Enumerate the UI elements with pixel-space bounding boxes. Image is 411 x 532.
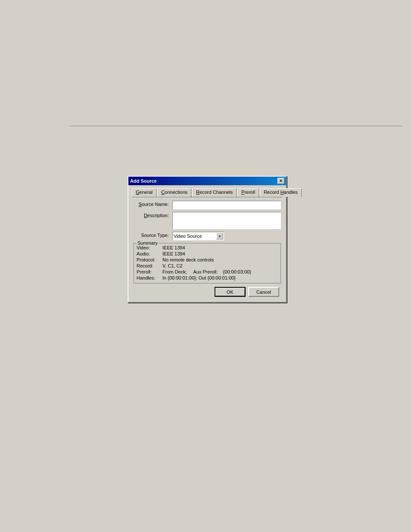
summary-preroll-value: From Deck; Aux Preroll: {00:00:03:00} — [162, 269, 251, 274]
tab-connections[interactable]: Connections — [157, 188, 191, 197]
summary-protocol-label: Protocol: — [137, 257, 162, 262]
summary-row-record: Record: V, C1, C2 — [137, 263, 278, 268]
summary-audio-value: IEEE 1394 — [162, 251, 185, 256]
summary-handles-label: Handles: — [137, 275, 162, 280]
tab-general-label: General — [136, 190, 153, 195]
source-type-select-wrapper: Video Source Audio Source Tape ▼ — [172, 232, 224, 240]
tab-record-channels-label: Record Channels — [196, 190, 233, 195]
source-name-row: Source Name: — [134, 201, 281, 209]
horizontal-divider — [69, 126, 402, 126]
tab-record-handles[interactable]: Record Handles — [260, 188, 302, 197]
summary-record-value: V, C1, C2 — [162, 263, 183, 268]
form-content: Source Name: Description: Source Type: V… — [132, 197, 283, 299]
description-label: Description: — [134, 212, 172, 218]
summary-box: Summary Video: IEEE 1394 Audio: IEEE 139… — [134, 243, 281, 283]
summary-preroll-label: Preroll: — [137, 269, 162, 274]
dialog-title-bar: Add Source ✕ — [128, 177, 286, 185]
tab-bar: General Connections Record Channels Prer… — [132, 188, 283, 197]
tab-connections-label: Connections — [161, 190, 187, 195]
title-bar-controls: ✕ — [277, 178, 284, 184]
tab-record-channels[interactable]: Record Channels — [192, 188, 237, 197]
source-type-row: Source Type: Video Source Audio Source T… — [134, 232, 281, 240]
summary-row-handles: Handles: In {00:00:01:00}; Out {00:00:01… — [137, 275, 278, 280]
tab-record-handles-label: Record Handles — [264, 190, 298, 195]
summary-video-label: Video: — [137, 245, 162, 250]
description-row: Description: — [134, 212, 281, 229]
summary-handles-value: In {00:00:01:00}; Out {00:00:01:00} — [162, 275, 236, 280]
source-type-select[interactable]: Video Source Audio Source Tape — [172, 232, 224, 240]
summary-legend: Summary — [137, 240, 159, 246]
ok-button[interactable]: OK — [215, 287, 246, 297]
tab-preroll[interactable]: Preroll — [237, 188, 259, 197]
source-type-label: Source Type: — [134, 232, 172, 238]
cancel-button[interactable]: Cancel — [248, 287, 279, 297]
summary-protocol-value: No remote deck controls — [162, 257, 214, 262]
tab-preroll-label: Preroll — [241, 190, 255, 195]
summary-record-label: Record: — [137, 263, 162, 268]
summary-row-preroll: Preroll: From Deck; Aux Preroll: {00:00:… — [137, 269, 278, 274]
dialog-body: General Connections Record Channels Prer… — [128, 185, 286, 302]
summary-video-value: IEEE 1394 — [162, 245, 185, 250]
source-name-label: Source Name: — [134, 201, 172, 207]
summary-row-video: Video: IEEE 1394 — [137, 245, 278, 250]
button-row: OK Cancel — [134, 287, 281, 297]
dialog-title: Add Source — [130, 178, 157, 184]
summary-row-audio: Audio: IEEE 1394 — [137, 251, 278, 256]
add-source-dialog: Add Source ✕ General Connections Record … — [128, 176, 287, 303]
close-button[interactable]: ✕ — [277, 178, 284, 184]
source-name-input[interactable] — [172, 201, 281, 209]
description-input[interactable] — [172, 212, 281, 229]
summary-row-protocol: Protocol: No remote deck controls — [137, 257, 278, 262]
tab-general[interactable]: General — [132, 188, 156, 197]
summary-audio-label: Audio: — [137, 251, 162, 256]
